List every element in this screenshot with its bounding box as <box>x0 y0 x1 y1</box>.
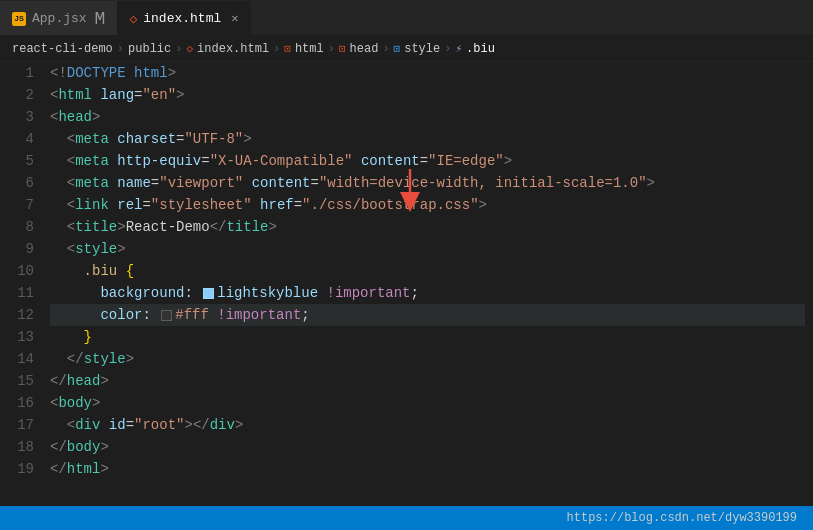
code-line-8: <title>React-Demo</title> <box>50 216 805 238</box>
line-num-16: 16 <box>8 392 34 414</box>
line-num-5: 5 <box>8 150 34 172</box>
color-swatch-lightskyblue <box>203 288 214 299</box>
line-num-2: 2 <box>8 84 34 106</box>
code-line-12: color: #fff !important; <box>50 304 805 326</box>
breadcrumb-head-tag[interactable]: ⊡ head <box>339 42 378 56</box>
code-line-15: </head> <box>50 370 805 392</box>
code-line-10: .biu { <box>50 260 805 282</box>
code-line-18: </body> <box>50 436 805 458</box>
line-num-17: 17 <box>8 414 34 436</box>
code-line-7: <link rel="stylesheet" href="./css/boots… <box>50 194 805 216</box>
line-num-18: 18 <box>8 436 34 458</box>
line-num-7: 7 <box>8 194 34 216</box>
code-line-13: } <box>50 326 805 348</box>
breadcrumb-html-tag[interactable]: ⊡ html <box>284 42 323 56</box>
code-line-3: <head> <box>50 106 805 128</box>
line-num-8: 8 <box>8 216 34 238</box>
code-line-9: <style> <box>50 238 805 260</box>
editor-area: 1 2 3 4 5 6 7 8 9 10 11 12 13 14 15 16 1… <box>0 62 813 530</box>
line-num-14: 14 <box>8 348 34 370</box>
breadcrumb-style-tag[interactable]: ⊡ style <box>394 42 441 56</box>
code-line-16: <body> <box>50 392 805 414</box>
tab-index-html-label: index.html <box>143 11 221 26</box>
code-line-4: <meta charset="UTF-8"> <box>50 128 805 150</box>
line-num-4: 4 <box>8 128 34 150</box>
code-line-2: <html lang="en"> <box>50 84 805 106</box>
symbol-icon: ⚡ <box>455 42 462 55</box>
line-num-1: 1 <box>8 62 34 84</box>
editor-content: 1 2 3 4 5 6 7 8 9 10 11 12 13 14 15 16 1… <box>0 62 813 530</box>
line-numbers: 1 2 3 4 5 6 7 8 9 10 11 12 13 14 15 16 1… <box>0 62 42 530</box>
line-num-6: 6 <box>8 172 34 194</box>
tag-icon-head: ⊡ <box>339 42 346 55</box>
tab-close-icon[interactable]: ✕ <box>231 13 238 25</box>
color-swatch-fff <box>161 310 172 321</box>
jsx-icon: JS <box>12 12 26 26</box>
breadcrumb-public[interactable]: public <box>128 42 171 56</box>
code-line-5: <meta http-equiv="X-UA-Compatible" conte… <box>50 150 805 172</box>
breadcrumb-biu-class[interactable]: ⚡ .biu <box>455 42 494 56</box>
code-line-17: <div id="root"></div> <box>50 414 805 436</box>
tag-icon-html: ⊡ <box>284 42 291 55</box>
line-num-10: 10 <box>8 260 34 282</box>
code-line-1: <!DOCTYPE html> <box>50 62 805 84</box>
css-icon: ⊡ <box>394 42 401 55</box>
code-line-14: </style> <box>50 348 805 370</box>
breadcrumb: react-cli-demo › public › ◇ index.html ›… <box>0 36 813 62</box>
tab-bar: JS App.jsx M ◇ index.html ✕ <box>0 0 813 36</box>
line-num-19: 19 <box>8 458 34 480</box>
code-content[interactable]: <!DOCTYPE html> <html lang="en"> <head> … <box>42 62 813 530</box>
status-bar: https://blog.csdn.net/dyw3390199 <box>0 506 813 530</box>
tab-modified-indicator: M <box>95 10 106 28</box>
tab-app-jsx[interactable]: JS App.jsx M <box>0 1 117 35</box>
line-num-15: 15 <box>8 370 34 392</box>
tab-app-jsx-label: App.jsx <box>32 11 87 26</box>
code-line-11: background: lightskyblue !important; <box>50 282 805 304</box>
html-file-icon: ◇ <box>186 42 193 55</box>
line-num-9: 9 <box>8 238 34 260</box>
breadcrumb-react-cli-demo[interactable]: react-cli-demo <box>12 42 113 56</box>
breadcrumb-index-html[interactable]: ◇ index.html <box>186 42 269 56</box>
line-num-13: 13 <box>8 326 34 348</box>
tab-index-html[interactable]: ◇ index.html ✕ <box>117 1 250 35</box>
html-icon: ◇ <box>129 11 137 27</box>
code-line-6: <meta name="viewport" content="width=dev… <box>50 172 805 194</box>
watermark-text: https://blog.csdn.net/dyw3390199 <box>567 511 797 525</box>
line-num-11: 11 <box>8 282 34 304</box>
line-num-12: 12 <box>8 304 34 326</box>
line-num-3: 3 <box>8 106 34 128</box>
code-line-19: </html> <box>50 458 805 480</box>
